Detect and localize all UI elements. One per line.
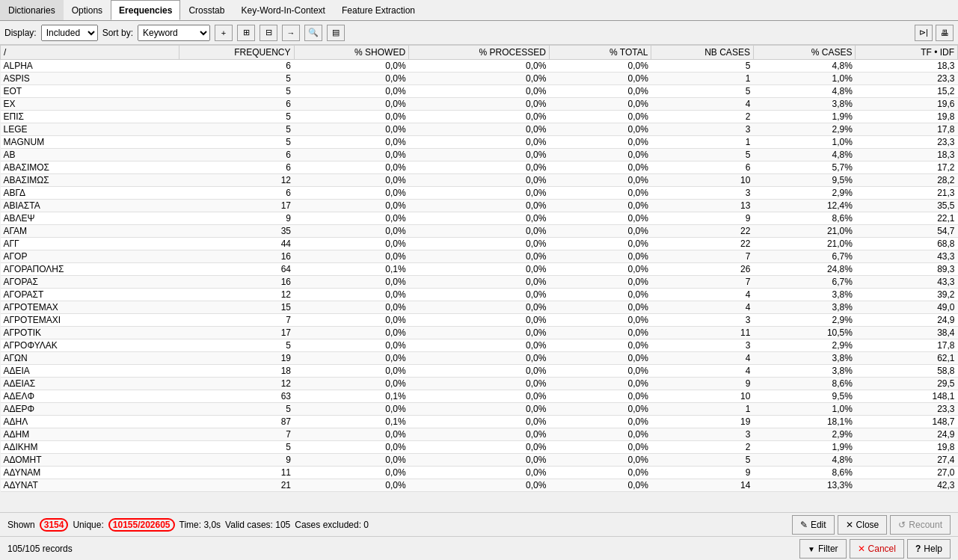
- menu-keyword-in-context[interactable]: Key-Word-In-Context: [233, 0, 333, 20]
- table-row[interactable]: ΑΔΗΛ870,1%0,0%0,0%1918,1%148,7: [1, 416, 958, 428]
- table-row[interactable]: ΑΔΗΜ70,0%0,0%0,0%32,9%24,9: [1, 428, 958, 441]
- table-row[interactable]: MAGNUM50,0%0,0%0,0%11,0%23,3: [1, 136, 958, 149]
- filter-button[interactable]: Filter: [799, 539, 847, 559]
- table-scroll[interactable]: / FREQUENCY % SHOWED % PROCESSED % TOTAL…: [0, 45, 958, 512]
- toolbar-btn-arrow[interactable]: →: [282, 25, 300, 41]
- table-row[interactable]: ΑΒΛΕΨ90,0%0,0%0,0%98,6%22,1: [1, 212, 958, 225]
- table-container: / FREQUENCY % SHOWED % PROCESSED % TOTAL…: [0, 45, 958, 512]
- table-cell-r11-c2: 0,0%: [294, 200, 409, 212]
- table-cell-r22-c3: 0,0%: [409, 339, 550, 352]
- table-row[interactable]: ALPHA60,0%0,0%0,0%54,8%18,3: [1, 60, 958, 73]
- table-row[interactable]: ΑΓΡΟΤΕΜΑΧ150,0%0,0%0,0%43,8%49,0: [1, 301, 958, 314]
- table-row[interactable]: ΑΔΥΝΑΜ110,0%0,0%0,0%98,6%27,0: [1, 467, 958, 479]
- table-cell-r30-c0: ΑΔΙΚΗΜ: [1, 441, 179, 454]
- menu-dictionaries[interactable]: Dictionaries: [0, 0, 64, 20]
- col-header-pct-showed: % SHOWED: [294, 46, 409, 60]
- table-row[interactable]: ΑΓΡΟΤΙΚ170,0%0,0%0,0%1110,5%38,4: [1, 327, 958, 339]
- cases-excluded-label: Cases excluded: 0: [295, 520, 369, 530]
- table-cell-r32-c1: 11: [179, 467, 294, 479]
- table-cell-r21-c3: 0,0%: [409, 327, 550, 339]
- table-cell-r8-c2: 0,0%: [294, 161, 409, 174]
- table-cell-r0-c5: 5: [651, 60, 754, 73]
- table-row[interactable]: ΑΒΓΔ60,0%0,0%0,0%32,9%21,3: [1, 187, 958, 200]
- table-cell-r3-c3: 0,0%: [409, 98, 550, 111]
- table-row[interactable]: ΑΒΑΣΙΜΟΣ60,0%0,0%0,0%65,7%17,2: [1, 161, 958, 174]
- table-row[interactable]: ΑΔΕΙΑΣ120,0%0,0%0,0%98,6%29,5: [1, 378, 958, 390]
- table-cell-r5-c3: 0,0%: [409, 123, 550, 136]
- cancel-button[interactable]: Cancel: [850, 539, 904, 559]
- table-cell-r29-c4: 0,0%: [549, 428, 651, 441]
- table-row[interactable]: ΑΒ60,0%0,0%0,0%54,8%18,3: [1, 149, 958, 161]
- table-cell-r8-c4: 0,0%: [549, 161, 651, 174]
- table-row[interactable]: ΑΔΕΡΦ50,0%0,0%0,0%11,0%23,3: [1, 403, 958, 416]
- table-cell-r10-c3: 0,0%: [409, 187, 550, 200]
- table-cell-r20-c0: ΑΓΡΟΤΕΜΑΧΙ: [1, 314, 179, 327]
- table-cell-r21-c7: 38,4: [856, 327, 958, 339]
- table-cell-r30-c7: 19,8: [856, 441, 958, 454]
- table-row[interactable]: ΑΔΕΙΑ180,0%0,0%0,0%43,8%58,8: [1, 365, 958, 378]
- table-cell-r18-c6: 3,8%: [753, 289, 856, 301]
- table-row[interactable]: ΑΓΡΟΤΕΜΑΧΙ70,0%0,0%0,0%32,9%24,9: [1, 314, 958, 327]
- table-cell-r27-c0: ΑΔΕΡΦ: [1, 403, 179, 416]
- table-row[interactable]: ΑΓΓ440,0%0,0%0,0%2221,0%68,8: [1, 238, 958, 250]
- table-cell-r29-c5: 3: [651, 428, 754, 441]
- table-row[interactable]: EX60,0%0,0%0,0%43,8%19,6: [1, 98, 958, 111]
- table-cell-r27-c1: 5: [179, 403, 294, 416]
- close-button[interactable]: Close: [838, 515, 888, 535]
- table-row[interactable]: ΑΓΟΡΑΠΟΛΗΣ640,1%0,0%0,0%2624,8%89,3: [1, 263, 958, 276]
- table-cell-r2-c1: 5: [179, 85, 294, 98]
- table-cell-r22-c5: 3: [651, 339, 754, 352]
- menu-options[interactable]: Options: [64, 0, 111, 20]
- table-cell-r32-c0: ΑΔΥΝΑΜ: [1, 467, 179, 479]
- bottombar: 105/105 records Filter Cancel Help: [0, 536, 958, 560]
- table-cell-r14-c5: 22: [651, 238, 754, 250]
- toolbar-btn-layout[interactable]: ▤: [327, 25, 345, 41]
- menu-crosstab[interactable]: Crosstab: [180, 0, 233, 20]
- table-row[interactable]: ΑΓΡΟΦΥΛΑΚ50,0%0,0%0,0%32,9%17,8: [1, 339, 958, 352]
- recount-button[interactable]: Recount: [890, 515, 951, 535]
- table-cell-r31-c5: 5: [651, 454, 754, 467]
- table-cell-r29-c3: 0,0%: [409, 428, 550, 441]
- table-cell-r4-c1: 5: [179, 111, 294, 123]
- table-cell-r9-c4: 0,0%: [549, 174, 651, 187]
- table-row[interactable]: ΕΠΙΣ50,0%0,0%0,0%21,9%19,8: [1, 111, 958, 123]
- table-cell-r17-c7: 43,3: [856, 276, 958, 289]
- toolbar-btn-right1[interactable]: ⊳|: [915, 25, 933, 41]
- table-cell-r13-c3: 0,0%: [409, 225, 550, 238]
- toolbar-btn-print[interactable]: 🖶: [936, 25, 954, 41]
- table-cell-r33-c2: 0,0%: [294, 479, 409, 492]
- menu-frequencies[interactable]: Erequencies: [111, 0, 180, 20]
- table-row[interactable]: ΑΔΙΚΗΜ50,0%0,0%0,0%21,9%19,8: [1, 441, 958, 454]
- table-cell-r24-c6: 3,8%: [753, 365, 856, 378]
- table-row[interactable]: ΑΓΑΜ350,0%0,0%0,0%2221,0%54,7: [1, 225, 958, 238]
- sort-select[interactable]: Keyword Frequency % Showed % Processed %…: [138, 25, 210, 41]
- table-row[interactable]: ΑΓΟΡ160,0%0,0%0,0%76,7%43,3: [1, 250, 958, 263]
- table-row[interactable]: LEGE50,0%0,0%0,0%32,9%17,8: [1, 123, 958, 136]
- table-row[interactable]: ΑΓΟΡΑΣ160,0%0,0%0,0%76,7%43,3: [1, 276, 958, 289]
- table-row[interactable]: ΑΔΕΛΦ630,1%0,0%0,0%109,5%148,1: [1, 390, 958, 403]
- table-row[interactable]: ASPIS50,0%0,0%0,0%11,0%23,3: [1, 73, 958, 85]
- table-row[interactable]: ΑΔΥΝΑΤ210,0%0,0%0,0%1413,3%42,3: [1, 479, 958, 492]
- toolbar-btn-search[interactable]: 🔍: [304, 25, 322, 41]
- toolbar-btn-grid1[interactable]: ⊞: [237, 25, 255, 41]
- table-cell-r4-c4: 0,0%: [549, 111, 651, 123]
- table-cell-r13-c2: 0,0%: [294, 225, 409, 238]
- table-row[interactable]: ΑΓΩΝ190,0%0,0%0,0%43,8%62,1: [1, 352, 958, 365]
- table-cell-r15-c0: ΑΓΟΡ: [1, 250, 179, 263]
- table-row[interactable]: ΑΓΟΡΑΣΤ120,0%0,0%0,0%43,8%39,2: [1, 289, 958, 301]
- table-cell-r3-c4: 0,0%: [549, 98, 651, 111]
- table-row[interactable]: EOT50,0%0,0%0,0%54,8%15,2: [1, 85, 958, 98]
- table-cell-r22-c1: 5: [179, 339, 294, 352]
- table-row[interactable]: ΑΔΟΜΗΤ90,0%0,0%0,0%54,8%27,4: [1, 454, 958, 467]
- menu-feature-extraction[interactable]: Feature Extraction: [334, 0, 423, 20]
- display-select[interactable]: Included All Excluded: [41, 25, 98, 41]
- help-button[interactable]: Help: [907, 539, 951, 559]
- table-cell-r13-c5: 22: [651, 225, 754, 238]
- table-row[interactable]: ΑΒΑΣΙΜΩΣ120,0%0,0%0,0%109,5%28,2: [1, 174, 958, 187]
- table-cell-r7-c3: 0,0%: [409, 149, 550, 161]
- toolbar-btn-plus[interactable]: +: [215, 25, 233, 41]
- edit-button[interactable]: Edit: [792, 515, 835, 535]
- table-cell-r4-c0: ΕΠΙΣ: [1, 111, 179, 123]
- table-row[interactable]: ΑΒΙΑΣΤΑ170,0%0,0%0,0%1312,4%35,5: [1, 200, 958, 212]
- toolbar-btn-grid2[interactable]: ⊟: [260, 25, 277, 41]
